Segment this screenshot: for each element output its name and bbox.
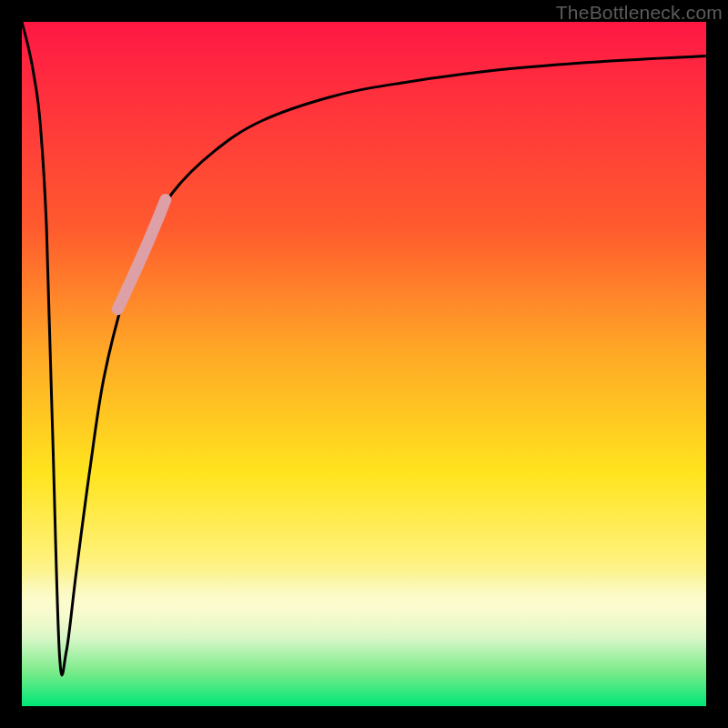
curve-path — [22, 22, 706, 675]
curve-svg — [22, 22, 706, 706]
highlight-path — [117, 200, 166, 309]
plot-area — [22, 22, 706, 706]
watermark-text: TheBottleneck.com — [556, 2, 723, 24]
chart-frame: TheBottleneck.com — [0, 0, 728, 728]
highlight-segment — [117, 200, 166, 309]
bottleneck-curve — [22, 22, 706, 675]
